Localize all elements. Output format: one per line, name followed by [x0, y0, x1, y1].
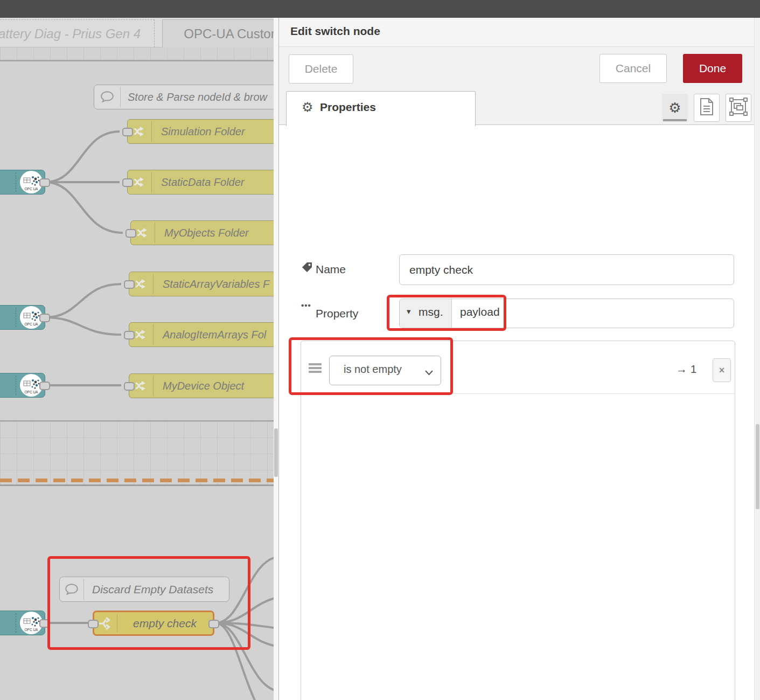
gear-icon: ⚙ — [302, 100, 313, 115]
node-red-app: Battery Diag - Prius Gen 4 OPC-UA Custom — [0, 0, 760, 700]
cancel-button[interactable]: Cancel — [599, 54, 667, 83]
edit-properties-button[interactable]: ⚙ — [662, 94, 688, 122]
input-port[interactable] — [122, 178, 133, 187]
arrow-right-icon: → — [676, 363, 687, 375]
property-dots-icon: ••• — [301, 301, 311, 310]
output-port[interactable] — [39, 382, 50, 390]
workspace-tabbar: Battery Diag - Prius Gen 4 OPC-UA Custom — [0, 18, 278, 47]
input-port[interactable] — [122, 128, 133, 136]
gear-icon: ⚙ — [668, 100, 681, 116]
name-input[interactable]: empty check — [399, 254, 734, 285]
flow-tab-battery-diag[interactable]: Battery Diag - Prius Gen 4 — [0, 19, 155, 47]
tab-properties-label: Properties — [320, 101, 376, 114]
done-button[interactable]: Done — [683, 54, 742, 83]
canvas-scrollbar-thumb[interactable] — [274, 428, 278, 477]
dialog-content: Name empty check ••• Property ▾ msg. pay… — [279, 125, 754, 700]
output-port[interactable] — [39, 314, 50, 322]
change-node-mydevice-object[interactable]: MyDevice Object — [129, 373, 278, 398]
dialog-scrollbar-thumb[interactable] — [756, 424, 759, 509]
svg-text:OPC UA: OPC UA — [25, 628, 39, 632]
svg-text:OPC UA: OPC UA — [25, 187, 39, 191]
dialog-tab-row: ⚙ Properties ⚙ — [279, 89, 754, 125]
input-port[interactable] — [124, 382, 135, 391]
rule-output-indicator: → 1 — [676, 363, 697, 376]
dialog-vertical-scrollbar[interactable] — [754, 18, 760, 700]
opcua-browser-node-1[interactable]: er OPC UA — [0, 170, 45, 195]
svg-text:OPC UA: OPC UA — [25, 322, 39, 326]
input-port[interactable] — [125, 229, 136, 238]
opcua-browser-node-3[interactable]: er OPC UA — [0, 373, 45, 398]
svg-text:OPC UA: OPC UA — [25, 390, 39, 394]
property-label: Property — [316, 307, 358, 320]
edit-appearance-button[interactable] — [726, 94, 751, 122]
app-header-bar — [0, 0, 760, 18]
remove-rule-button[interactable]: × — [713, 358, 731, 382]
annotation-box-canvas — [47, 556, 250, 650]
name-label: Name — [316, 263, 346, 276]
change-node-simulation-folder[interactable]: Simulation Folder — [127, 119, 278, 144]
annotation-box-property — [387, 295, 506, 331]
flow-canvas[interactable]: Store & Parse nodeId & brow Simulation F… — [0, 47, 278, 700]
edit-switch-node-dialog: Edit switch node Delete Cancel Done ⚙ Pr… — [278, 18, 760, 700]
comment-bubble-icon — [94, 85, 120, 109]
document-icon — [699, 98, 715, 118]
input-port[interactable] — [124, 331, 135, 339]
edit-description-button[interactable] — [694, 94, 720, 122]
dialog-title: Edit switch node — [290, 25, 380, 38]
canvas-vertical-scrollbar[interactable] — [274, 18, 278, 700]
dialog-header: Edit switch node — [279, 18, 760, 47]
change-node-staticdata-folder[interactable]: StaticData Folder — [127, 170, 278, 195]
flow-tab-opcua-custom[interactable]: OPC-UA Custom — [162, 19, 278, 47]
dialog-button-row: Delete Cancel Done — [279, 47, 760, 89]
appearance-icon — [729, 98, 748, 118]
rule-output-number: 1 — [691, 363, 697, 375]
comment-label: Store & Parse nodeId & brow — [128, 85, 267, 109]
delete-button[interactable]: Delete — [289, 54, 353, 84]
opcua-browser-node-2[interactable]: er OPC UA — [0, 305, 45, 330]
input-port[interactable] — [124, 280, 135, 289]
change-node-staticarrayvariables[interactable]: StaticArrayVariables F — [129, 272, 278, 296]
change-node-analogitemarrays[interactable]: AnalogItemArrays Fol — [129, 322, 278, 347]
comment-node-store-parse[interactable]: Store & Parse nodeId & brow — [94, 85, 278, 109]
output-port[interactable] — [39, 178, 50, 187]
tag-icon — [301, 261, 313, 275]
opcua-browser-node-4[interactable]: er OPC UA — [0, 611, 45, 635]
flow-workspace: Battery Diag - Prius Gen 4 OPC-UA Custom — [0, 18, 278, 700]
tab-properties[interactable]: ⚙ Properties — [286, 91, 476, 126]
annotation-box-rule — [289, 337, 453, 395]
change-node-myobjects-folder[interactable]: MyObjects Folder — [130, 220, 278, 245]
